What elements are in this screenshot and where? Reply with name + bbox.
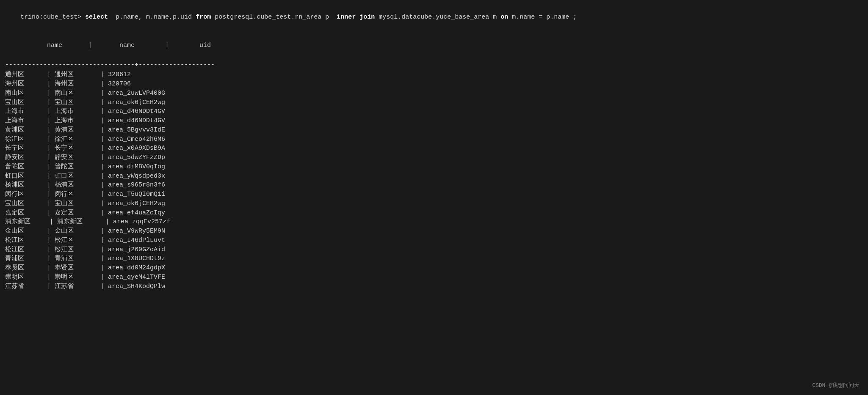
- table-row: 宝山区 | 宝山区 | area_ok6jCEH2wg: [5, 199, 863, 208]
- header-col2: name: [97, 42, 161, 49]
- header-col3: uid: [173, 42, 211, 49]
- header-col1: name: [20, 42, 85, 49]
- table-row: 海州区 | 海州区 | 320706: [5, 80, 863, 89]
- table-row: 黄浦区 | 黄浦区 | area_5Bgvvv3IdE: [5, 126, 863, 135]
- terminal: trino:cube_test> select p.name, m.name,p…: [5, 3, 863, 291]
- table-row: 浦东新区 | 浦东新区 | area_zqqEv257zf: [5, 217, 863, 227]
- kw-select: select: [85, 14, 108, 21]
- header-sep1: |: [85, 42, 97, 49]
- table-row: 虹口区 | 虹口区 | area_yWqsdped3x: [5, 172, 863, 181]
- table-row: 杨浦区 | 杨浦区 | area_s965r8n3f6: [5, 181, 863, 190]
- table-row: 长宁区 | 长宁区 | area_x0A9XDsB9A: [5, 144, 863, 153]
- table-row: 徐汇区 | 徐汇区 | area_Cmeo42h6M6: [5, 135, 863, 144]
- table-row: 静安区 | 静安区 | area_5dwZYFzZDp: [5, 153, 863, 162]
- command-line: trino:cube_test> select p.name, m.name,p…: [5, 3, 863, 31]
- header-sep2: |: [161, 42, 173, 49]
- table-row: 奉贤区 | 奉贤区 | area_dd0M24gdpX: [5, 263, 863, 273]
- cmd-table: postgresql.cube_test.rn_area p: [211, 14, 337, 21]
- cmd-condition: m.name = p.name ;: [508, 14, 577, 21]
- table-row: 闵行区 | 闵行区 | area_T5uQI0mQ1i: [5, 190, 863, 199]
- table-row: 上海市 | 上海市 | area_d46NDDt4GV: [5, 116, 863, 126]
- cmd-prefix: [81, 14, 85, 21]
- separator-line: ----------------+-----------------+-----…: [5, 60, 863, 70]
- table-row: 松江区 | 松江区 | area_I46dPlLuvt: [5, 236, 863, 245]
- table-body: 通州区 | 通州区 | 320612海州区 | 海州区 | 320706南山区 …: [5, 70, 863, 291]
- cmd-join-table: mysql.datacube.yuce_base_area m: [375, 14, 500, 21]
- kw-inner-join: inner join: [337, 14, 375, 21]
- table-row: 崇明区 | 崇明区 | area_qyeM4lTVFE: [5, 273, 863, 282]
- table-row: 通州区 | 通州区 | 320612: [5, 70, 863, 80]
- table-row: 上海市 | 上海市 | area_d46NDDt4GV: [5, 107, 863, 116]
- table-header: name | name | uid: [5, 32, 863, 59]
- table-row: 宝山区 | 宝山区 | area_ok6jCEH2wg: [5, 98, 863, 107]
- table-row: 南山区 | 南山区 | area_2uwLVP400G: [5, 89, 863, 98]
- table-row: 嘉定区 | 嘉定区 | area_ef4uaZcIqy: [5, 208, 863, 218]
- cmd-fields: p.name, m.name,p.uid: [108, 14, 196, 21]
- table-row: 普陀区 | 普陀区 | area_diMBV0qIog: [5, 162, 863, 172]
- table-row: 松江区 | 松江区 | area_j269GZoAid: [5, 245, 863, 255]
- table-row: 金山区 | 金山区 | area_V9wRy5EM9N: [5, 227, 863, 236]
- table-row: 青浦区 | 青浦区 | area_1X8UCHDt9z: [5, 254, 863, 263]
- watermark: CSDN @我想问问天: [812, 382, 860, 390]
- prompt: trino:cube_test>: [20, 14, 81, 21]
- kw-on: on: [500, 14, 508, 21]
- table-row: 江苏省 | 江苏省 | area_SH4KodQPlw: [5, 282, 863, 291]
- kw-from: from: [196, 14, 211, 21]
